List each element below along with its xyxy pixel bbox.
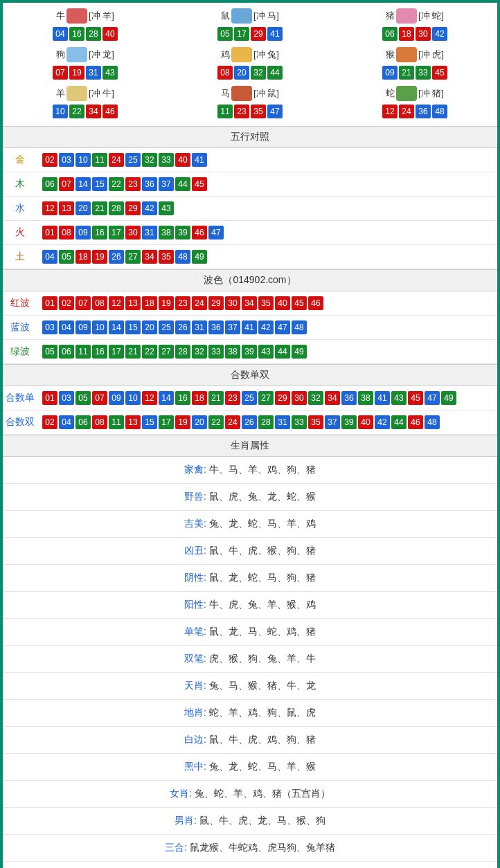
zodiac-name: 狗 (56, 48, 65, 61)
table-row: 合数双0204060811131517192022242628313335373… (3, 410, 497, 435)
number-box: 05 (42, 345, 57, 359)
number-box: 17 (109, 226, 124, 239)
number-box: 23 (225, 391, 240, 405)
number-box: 37 (225, 320, 240, 334)
attr-key: 野兽: (184, 491, 209, 502)
number-box: 16 (69, 27, 84, 41)
number-box: 48 (425, 415, 440, 429)
row-values: 0102070812131819232429303435404546 (37, 291, 497, 316)
number-box: 41 (267, 27, 283, 41)
attr-title: 生肖属性 (3, 435, 497, 457)
number-box: 04 (42, 250, 57, 264)
number-box: 42 (142, 201, 157, 215)
row-label: 火 (3, 221, 37, 245)
attr-key: 阴性: (184, 572, 209, 583)
attr-row: 凶丑: 鼠、牛、虎、猴、狗、猪 (3, 538, 497, 565)
zodiac-cell: 蛇[冲 猪]12243648 (332, 83, 497, 122)
number-box: 12 (142, 391, 157, 405)
number-box: 47 (208, 226, 224, 239)
number-box: 36 (416, 105, 431, 118)
attr-value: 虎、猴、狗、兔、羊、牛 (209, 653, 316, 664)
zodiac-numbers: 07193143 (4, 65, 166, 80)
table-row: 合数单0103050709101214161821232527293032343… (3, 386, 497, 410)
number-box: 49 (192, 250, 207, 264)
number-box: 02 (42, 415, 57, 429)
number-box: 42 (375, 415, 390, 429)
attr-key: 阳性: (184, 599, 209, 610)
number-box: 06 (382, 27, 398, 41)
number-box: 13 (59, 201, 74, 215)
number-box: 30 (225, 296, 240, 310)
number-box: 35 (251, 105, 266, 118)
attr-row: 地肖: 蛇、羊、鸡、狗、鼠、虎 (3, 700, 497, 727)
number-box: 34 (142, 250, 157, 264)
number-box: 47 (267, 105, 283, 118)
attr-key: 女肖: (170, 788, 195, 799)
row-values: 04051819262734354849 (37, 245, 497, 269)
number-box: 16 (92, 345, 107, 359)
number-box: 32 (308, 391, 323, 405)
number-box: 08 (92, 415, 107, 429)
number-box: 01 (42, 391, 57, 405)
attr-row: 女肖: 兔、蛇、羊、鸡、猪（五宫肖） (3, 781, 497, 808)
row-label: 红波 (3, 291, 37, 316)
attr-key: 地肖: (184, 707, 209, 718)
table-row: 金02031011242532334041 (3, 148, 497, 172)
zodiac-icon (396, 8, 417, 24)
row-label: 水 (3, 197, 37, 221)
zodiac-clash: [冲 鼠] (253, 87, 279, 100)
number-box: 11 (92, 153, 107, 167)
number-box: 09 (382, 66, 398, 80)
zodiac-numbers: 05172941 (169, 26, 331, 42)
bose-table: 波色（014902.com） 红波01020708121318192324293… (3, 269, 497, 364)
number-box: 28 (109, 201, 124, 215)
attr-row: 六合: 鼠牛、龙鸡、虎猪、蛇猴、兔狗、马羊 (3, 862, 497, 869)
zodiac-cell: 鼠[冲 马]05172941 (168, 6, 332, 44)
attr-key: 男肖: (175, 815, 199, 826)
zodiac-clash: [冲 羊] (89, 10, 114, 22)
attr-value: 蛇、羊、鸡、狗、鼠、虎 (209, 707, 316, 718)
row-label: 合数单 (3, 386, 37, 410)
zodiac-name: 牛 (56, 10, 65, 22)
attr-value: 鼠、龙、马、蛇、鸡、猪 (209, 626, 316, 637)
number-box: 29 (251, 27, 266, 41)
page-container: 牛[冲 羊]04162840鼠[冲 马]05172941猪[冲 蛇]061830… (0, 0, 500, 868)
number-box: 25 (242, 391, 257, 405)
number-box: 31 (275, 415, 290, 429)
number-box: 38 (358, 391, 373, 405)
attr-key: 单笔: (184, 626, 209, 637)
number-box: 07 (59, 177, 74, 191)
number-box: 18 (75, 250, 91, 264)
number-box: 29 (208, 296, 224, 310)
zodiac-numbers: 11233547 (169, 104, 331, 119)
attr-value: 牛、虎、兔、羊、猴、鸡 (209, 599, 316, 610)
zodiac-cell: 猴[冲 虎]09213345 (332, 44, 497, 83)
zodiac-name: 猪 (386, 10, 395, 22)
number-box: 41 (242, 320, 257, 334)
number-box: 23 (125, 177, 141, 191)
zodiac-cell: 狗[冲 龙]07193143 (3, 44, 168, 83)
zodiac-clash: [冲 猪] (418, 87, 444, 100)
zodiac-icon (66, 8, 87, 24)
row-values: 0108091617303138394647 (37, 221, 497, 245)
zodiac-icon (231, 86, 252, 101)
zodiac-numbers: 04162840 (4, 26, 166, 42)
zodiac-name: 猴 (386, 48, 395, 61)
attr-key: 吉美: (184, 518, 209, 529)
number-box: 10 (125, 391, 141, 405)
number-box: 44 (391, 415, 407, 429)
number-box: 37 (159, 177, 174, 191)
number-box: 48 (175, 250, 190, 264)
number-box: 06 (42, 177, 57, 191)
row-label: 金 (3, 148, 37, 172)
attr-row: 三合: 鼠龙猴、牛蛇鸡、虎马狗、兔羊猪 (3, 835, 497, 862)
zodiac-icon (231, 47, 252, 62)
zodiac-numbers: 12243648 (334, 104, 496, 119)
number-box: 35 (308, 415, 323, 429)
attr-key: 白边: (184, 734, 209, 745)
number-box: 45 (192, 177, 207, 191)
row-values: 1213202128294243 (37, 197, 497, 221)
number-box: 45 (408, 391, 423, 405)
number-box: 27 (159, 345, 174, 359)
row-values: 03040910141520252631363741424748 (37, 316, 497, 340)
